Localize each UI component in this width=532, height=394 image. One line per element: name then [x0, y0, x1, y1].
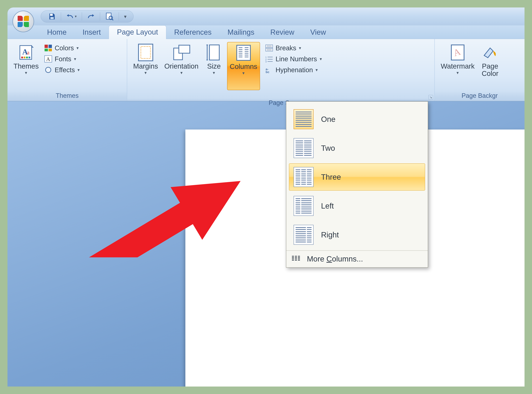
chevron-down-icon: ▾ — [315, 67, 318, 73]
colors-icon — [44, 44, 53, 52]
hyphenation-icon: a-bc — [265, 66, 274, 74]
hyphenation-label: Hyphenation — [276, 66, 313, 74]
undo-button[interactable]: ▾ — [65, 13, 78, 20]
svg-rect-69 — [54, 201, 196, 257]
group-page-setup-label: Page Se ↘ — [127, 98, 434, 101]
chevron-down-icon: ▾ — [75, 14, 77, 19]
tab-view[interactable]: View — [302, 26, 334, 39]
save-icon — [48, 12, 56, 21]
ribbon: Aa Themes ▾ Colors ▾ A — [7, 39, 525, 101]
breaks-label: Breaks — [276, 44, 296, 52]
svg-text:a: a — [27, 49, 29, 56]
columns-option-left[interactable]: Left — [289, 192, 425, 219]
columns-label: Columns — [230, 63, 257, 70]
chevron-down-icon: ▾ — [320, 57, 322, 62]
title-bar: ▾ ▾ — [7, 7, 525, 26]
tab-review[interactable]: Review — [262, 26, 302, 39]
group-page-background-label: Page Backgr — [435, 91, 525, 101]
svg-rect-11 — [26, 57, 28, 58]
orientation-label: Orientation — [164, 62, 198, 70]
more-columns-button[interactable]: More Columns... — [286, 251, 428, 267]
svg-text:A: A — [46, 56, 50, 62]
redo-button[interactable] — [86, 13, 96, 20]
chevron-down-icon: ▾ — [25, 70, 27, 75]
line-numbers-icon: 123 — [265, 55, 274, 63]
margins-label: Margins — [133, 62, 158, 70]
orientation-icon — [172, 43, 191, 62]
watermark-button[interactable]: A Watermark ▾ — [438, 42, 477, 90]
tab-page-layout[interactable]: Page Layout — [109, 26, 166, 39]
office-button[interactable] — [12, 11, 34, 32]
columns-three-label: Three — [321, 172, 341, 181]
chevron-down-icon: ▾ — [124, 14, 127, 19]
svg-rect-14 — [48, 45, 52, 48]
line-numbers-label: Line Numbers — [276, 55, 317, 63]
effects-label: Effects — [55, 66, 75, 74]
theme-fonts-button[interactable]: A Fonts ▾ — [43, 54, 82, 64]
svg-rect-9 — [21, 57, 23, 58]
annotation-arrow — [22, 108, 305, 257]
page-color-icon — [481, 43, 499, 62]
themes-label: Themes — [13, 62, 39, 70]
size-button[interactable]: Size ▾ — [202, 42, 225, 90]
columns-option-three[interactable]: Three — [289, 163, 425, 191]
svg-rect-12 — [28, 57, 30, 58]
columns-option-right[interactable]: Right — [289, 221, 425, 248]
orientation-button[interactable]: Orientation ▾ — [162, 42, 201, 90]
undo-icon — [66, 13, 74, 19]
svg-point-19 — [46, 67, 51, 73]
margins-icon — [137, 43, 155, 62]
redo-icon — [87, 13, 95, 19]
chevron-down-icon: ▾ — [74, 57, 76, 62]
size-icon — [205, 43, 223, 62]
breaks-icon — [265, 44, 274, 52]
print-preview-icon — [105, 12, 114, 21]
page-setup-dialog-launcher[interactable]: ↘ — [428, 95, 433, 100]
svg-rect-10 — [24, 57, 25, 58]
margins-button[interactable]: Margins ▾ — [131, 42, 160, 90]
fonts-label: Fonts — [55, 55, 71, 63]
watermark-label: Watermark — [441, 62, 475, 70]
chevron-down-icon: ▾ — [180, 70, 182, 75]
columns-dropdown: One Two Thr — [286, 101, 428, 268]
columns-option-two[interactable]: Two — [289, 135, 425, 162]
columns-icon — [234, 44, 253, 62]
more-columns-label: More Columns... — [307, 254, 363, 263]
svg-rect-15 — [45, 49, 48, 51]
line-numbers-button[interactable]: 123 Line Numbers ▾ — [264, 54, 324, 64]
svg-text:bc: bc — [266, 70, 269, 73]
columns-two-label: Two — [321, 144, 335, 153]
hyphenation-button[interactable]: a-bc Hyphenation ▾ — [264, 65, 324, 75]
theme-colors-button[interactable]: Colors ▾ — [43, 43, 82, 53]
tab-references[interactable]: References — [166, 26, 220, 39]
tab-home[interactable]: Home — [39, 26, 74, 39]
svg-line-4 — [112, 19, 113, 20]
chevron-down-icon: ▾ — [144, 70, 147, 75]
size-label: Size — [207, 62, 221, 70]
watermark-icon: A — [448, 43, 467, 62]
breaks-button[interactable]: Breaks ▾ — [264, 43, 324, 53]
svg-rect-16 — [48, 49, 52, 51]
svg-rect-42 — [266, 48, 272, 51]
themes-button[interactable]: Aa Themes ▾ — [11, 42, 41, 90]
chevron-down-icon: ▾ — [242, 71, 245, 76]
columns-button[interactable]: Columns ▾ — [227, 42, 260, 90]
page-color-button[interactable]: Page Color — [479, 42, 502, 90]
fonts-icon: A — [44, 55, 53, 63]
svg-rect-24 — [209, 45, 219, 60]
qat-customize-button[interactable]: ▾ — [123, 13, 128, 20]
svg-rect-13 — [45, 45, 48, 48]
effects-icon — [44, 66, 53, 74]
columns-option-one[interactable]: One — [289, 106, 425, 133]
theme-effects-button[interactable]: Effects ▾ — [43, 65, 82, 75]
tab-mailings[interactable]: Mailings — [220, 26, 262, 39]
save-button[interactable] — [47, 12, 57, 21]
columns-left-label: Left — [321, 201, 334, 210]
chevron-down-icon: ▾ — [76, 46, 79, 51]
tab-insert[interactable]: Insert — [74, 26, 109, 39]
chevron-down-icon: ▾ — [457, 70, 459, 75]
chevron-down-icon: ▾ — [299, 46, 301, 51]
svg-rect-23 — [179, 45, 190, 53]
print-preview-button[interactable] — [104, 12, 115, 21]
svg-rect-41 — [266, 45, 272, 48]
